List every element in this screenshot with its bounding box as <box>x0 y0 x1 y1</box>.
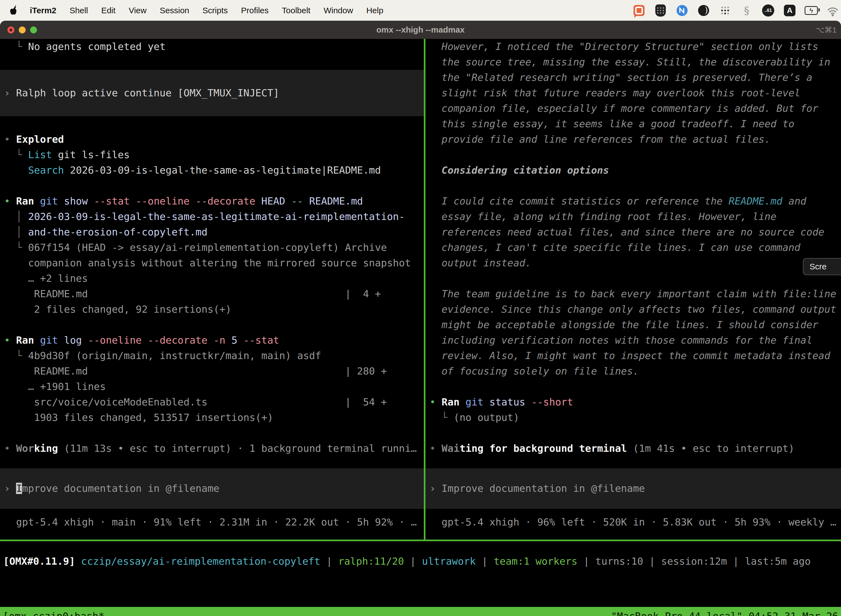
menu-item-shell[interactable]: Shell <box>70 6 88 15</box>
menu-item-toolbelt[interactable]: Toolbelt <box>282 6 311 15</box>
text-segment: │ <box>4 226 28 238</box>
dots-grid-icon[interactable] <box>718 4 732 17</box>
omx-status-segment: | <box>577 556 595 567</box>
squiggle-icon[interactable]: § <box>740 4 753 17</box>
omx-status-segment: | <box>643 556 661 567</box>
prompt-input[interactable]: › Improve documentation in @filename <box>0 468 424 509</box>
right-terminal-pane[interactable]: However, I noticed the "Directory Struct… <box>425 39 841 540</box>
badge-61-icon[interactable]: ..61 <box>762 4 775 17</box>
command-git-log: • Ran git log --oneline --decorate -n 5 … <box>4 333 424 348</box>
text-segment: • <box>429 443 441 454</box>
omx-status-segment: ultrawork <box>422 556 476 567</box>
menu-item-profiles[interactable]: Profiles <box>241 6 268 15</box>
omx-status-segment: | <box>320 556 338 567</box>
blue-badge-icon[interactable] <box>675 4 689 17</box>
text-segment: Ran <box>441 396 459 408</box>
reasoning-line: might be acceptable alongside the file l… <box>429 317 841 333</box>
reasoning-line: I could cite commit statistics or refere… <box>429 194 841 209</box>
text-segment: mprove documentation in @filename <box>22 483 219 494</box>
menu-item-iterm2[interactable]: iTerm2 <box>30 6 56 15</box>
text-segment: › <box>4 483 16 494</box>
text-segment: Considering citation options <box>429 164 609 176</box>
text-segment: git <box>459 396 484 408</box>
text-segment: I could cite commit statistics or refere… <box>429 195 729 207</box>
spacer <box>4 456 424 468</box>
tmux-session-label: [omx-cczip0:bash* <box>3 610 104 616</box>
working-status-line: • Working (11m 13s • esc to interrupt) ·… <box>4 441 424 456</box>
text-segment: └ <box>4 350 28 361</box>
reasoning-line: essay file, along with finding root file… <box>429 209 841 224</box>
wifi-icon[interactable] <box>826 4 840 17</box>
terminal-line <box>429 178 841 194</box>
title-bar[interactable]: omx --xhigh --madmax ⌥⌘1 <box>0 21 841 39</box>
tmux-status-bar: [omx-cczip0:bash* "MacBook-Pro-44.local"… <box>0 607 841 616</box>
text-segment: (no output) <box>454 412 519 423</box>
text-segment: Search <box>4 164 64 176</box>
text-segment: (1m 41s • esc to interrupt) <box>627 443 794 454</box>
menu-item-view[interactable]: View <box>129 6 147 15</box>
terminal-line <box>429 425 841 441</box>
text-segment: status <box>484 396 525 408</box>
text-segment <box>4 180 10 191</box>
text-segment: references need actual files, and since … <box>429 226 824 238</box>
text-segment: might be acceptable alongside the file l… <box>429 319 818 330</box>
text-segment <box>429 149 436 160</box>
text-segment: › <box>4 87 16 98</box>
keypad-shield-icon[interactable] <box>654 4 667 17</box>
terminal-line <box>429 379 841 395</box>
menu-item-scripts[interactable]: Scripts <box>202 6 228 15</box>
apple-menu-icon[interactable] <box>9 5 18 16</box>
terminal-line <box>4 317 424 333</box>
stat-summary: 2 files changed, 92 insertions(+) <box>4 302 424 317</box>
terminal-line <box>429 147 841 163</box>
terminal-line <box>4 54 424 70</box>
tmux-host-clock: "MacBook-Pro-44.local" 04:52 31-Mar-26 <box>611 610 838 616</box>
menu-item-window[interactable]: Window <box>324 6 353 15</box>
omx-status-segment: | <box>404 556 422 567</box>
menu-item-session[interactable]: Session <box>160 6 189 15</box>
terminal-line <box>4 425 424 441</box>
reasoning-line: of focusing solely on file lines. <box>429 364 841 379</box>
text-segment: 5 <box>226 334 237 346</box>
text-segment <box>429 427 436 439</box>
reasoning-line: output instead. <box>429 255 841 271</box>
text-segment: 4b9d30f (origin/main, instructkr/main, m… <box>28 350 321 361</box>
a-square-icon[interactable]: A <box>783 4 796 17</box>
left-terminal-pane[interactable]: └ No agents completed yet › Ralph loop a… <box>0 39 424 540</box>
screen-notification-button[interactable]: Scre <box>803 258 841 275</box>
omx-status-line: [OMX#0.11.9] cczip/essay/ai-reimplementa… <box>3 554 841 569</box>
menu-item-help[interactable]: Help <box>366 6 384 15</box>
text-segment: slight risk that future readers may over… <box>429 87 800 98</box>
text-segment: README.md <box>303 195 363 207</box>
crescent-circle-icon[interactable] <box>697 4 710 17</box>
text-segment: ting for background terminal <box>459 443 627 454</box>
omx-status-segment: [OMX#0.11.9] <box>3 556 81 567</box>
text-segment: … +2 lines <box>4 273 88 284</box>
text-segment <box>4 427 10 439</box>
text-segment: king <box>34 443 58 454</box>
text-segment: -- <box>285 195 303 207</box>
text-segment: The team guideline is to back every impo… <box>429 288 836 299</box>
text-segment: changes, I can't cite specific file line… <box>429 242 800 253</box>
reasoning-line: However, I noticed the "Directory Struct… <box>429 39 841 54</box>
text-segment: gpt-5.4 xhigh · main · 91% left · 2.31M … <box>4 516 417 528</box>
reasoning-line: the "Related research writing" section i… <box>429 70 841 85</box>
text-segment <box>429 180 436 191</box>
reasoning-line: references need actual files, and since … <box>429 224 841 240</box>
screenshot-app-icon[interactable] <box>632 4 646 17</box>
text-segment: No agents completed yet <box>28 41 166 52</box>
text-segment: git <box>34 195 58 207</box>
text-segment: 1903 files changed, 513517 insertions(+) <box>4 412 273 423</box>
text-segment: Ran <box>16 334 34 346</box>
text-segment: evidence. Since this change only affects… <box>429 304 836 315</box>
text-segment: README.md | 280 + <box>4 365 387 377</box>
commit-line: └ 067f154 (HEAD -> essay/ai-reimplementa… <box>4 240 424 255</box>
text-segment <box>429 381 436 392</box>
terminal-line <box>429 271 841 286</box>
terminal-line <box>4 116 424 132</box>
ralph-inject-box: › Ralph loop active continue [OMX_TMUX_I… <box>0 70 424 116</box>
menu-item-edit[interactable]: Edit <box>101 6 116 15</box>
prompt-input[interactable]: › Improve documentation in @filename <box>425 468 841 509</box>
battery-icon[interactable]: ϟ <box>804 4 818 17</box>
text-segment: └ <box>4 242 28 253</box>
